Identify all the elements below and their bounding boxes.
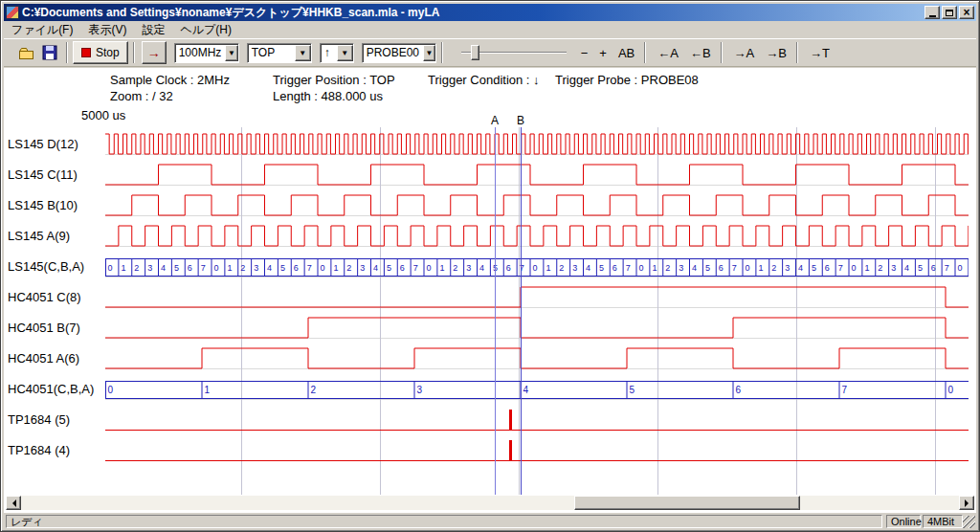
svg-text:4: 4 <box>798 263 803 273</box>
svg-text:4: 4 <box>692 263 697 273</box>
trigger-edge-select[interactable]: ↑ ▼ <box>320 43 354 63</box>
svg-text:5: 5 <box>630 385 635 395</box>
svg-text:1: 1 <box>333 263 338 273</box>
cursor-lines[interactable] <box>496 127 522 495</box>
resize-grip-icon[interactable] <box>963 516 975 528</box>
sample-clock-value: 100MHz <box>175 46 226 59</box>
svg-text:6: 6 <box>719 263 724 273</box>
svg-text:3: 3 <box>679 263 683 273</box>
svg-text:2: 2 <box>240 263 245 273</box>
zoom-slider[interactable] <box>461 42 567 63</box>
menu-settings[interactable]: 設定 <box>134 21 172 39</box>
svg-text:0: 0 <box>214 263 219 273</box>
toolbar-separator <box>721 42 723 63</box>
zoom-in-button[interactable]: + <box>594 44 612 62</box>
goto-trigger-button[interactable]: →T <box>805 44 835 62</box>
goto-cursor-b-right-button[interactable]: →B <box>761 44 791 62</box>
svg-text:5: 5 <box>918 263 923 273</box>
svg-text:0: 0 <box>427 263 432 273</box>
channel-label: TP1684 (5) <box>8 412 70 427</box>
scroll-right-button[interactable] <box>959 496 974 510</box>
chevron-down-icon[interactable]: ▼ <box>225 45 237 61</box>
channel-label: TP1684 (4) <box>8 443 70 457</box>
info-trigger-probe: Trigger Probe : PROBE08 <box>555 73 699 87</box>
close-button[interactable]: × <box>959 6 974 19</box>
svg-text:4: 4 <box>586 263 590 273</box>
svg-text:2: 2 <box>771 263 776 273</box>
svg-text:6: 6 <box>294 263 299 273</box>
svg-text:5: 5 <box>387 263 391 273</box>
svg-text:4: 4 <box>267 263 272 273</box>
run-button[interactable]: → <box>142 41 167 64</box>
svg-text:3: 3 <box>147 263 152 273</box>
stop-button[interactable]: Stop <box>73 41 128 64</box>
maximize-icon <box>946 10 953 16</box>
svg-text:3: 3 <box>254 263 258 273</box>
zoom-ab-button[interactable]: AB <box>613 44 639 62</box>
open-button[interactable] <box>15 41 38 64</box>
svg-text:3: 3 <box>417 385 423 395</box>
trigger-position-select[interactable]: TOP ▼ <box>247 43 312 63</box>
goto-cursor-a-right-button[interactable]: →A <box>729 44 760 62</box>
stop-label: Stop <box>96 46 120 59</box>
toolbar-separator <box>133 42 135 63</box>
cursor-a-label[interactable]: A <box>491 114 499 127</box>
save-button[interactable] <box>38 41 61 64</box>
goto-cursor-b-left-button[interactable]: ←B <box>685 44 716 62</box>
title-bar[interactable]: C:¥Documents and Settings¥noname¥デスクトップ¥… <box>4 4 976 21</box>
minimize-button[interactable] <box>924 6 940 19</box>
svg-text:4: 4 <box>161 263 166 273</box>
slider-thumb[interactable] <box>471 45 479 60</box>
menu-help[interactable]: ヘルプ(H) <box>172 21 239 39</box>
svg-text:4: 4 <box>373 263 378 273</box>
horizontal-scrollbar[interactable] <box>6 496 974 510</box>
chevron-down-icon[interactable]: ▼ <box>295 45 311 61</box>
svg-text:5: 5 <box>705 263 710 273</box>
window-title: C:¥Documents and Settings¥noname¥デスクトップ¥… <box>22 5 923 21</box>
scroll-left-button[interactable] <box>6 496 21 510</box>
status-bar: レディ Online 4MBit <box>4 514 976 529</box>
svg-text:5: 5 <box>599 263 604 273</box>
waveform-channel <box>105 348 969 368</box>
trigger-probe-select[interactable]: PROBE00 ▼ <box>362 43 436 63</box>
svg-text:7: 7 <box>520 263 524 273</box>
status-online: Online <box>886 515 921 528</box>
waveform-channel <box>105 195 969 215</box>
scrollbar-thumb[interactable] <box>574 496 800 510</box>
channel-label: HC4051(C,B,A) <box>8 382 94 396</box>
svg-text:4: 4 <box>479 263 484 273</box>
toolbar-separator <box>796 42 798 63</box>
svg-text:6: 6 <box>188 263 192 273</box>
svg-text:3: 3 <box>785 263 790 273</box>
svg-text:6: 6 <box>506 263 511 273</box>
svg-text:1: 1 <box>439 263 444 273</box>
svg-text:7: 7 <box>201 263 206 273</box>
menu-view[interactable]: 表示(V) <box>80 21 134 39</box>
maximize-button[interactable] <box>942 6 957 19</box>
waveform-channel <box>105 226 969 246</box>
waveform-channel: 012345670 <box>105 381 969 399</box>
zoom-out-button[interactable]: − <box>576 44 593 62</box>
app-icon <box>6 6 19 19</box>
info-zoom: Zoom : / 32 <box>110 89 173 103</box>
svg-text:0: 0 <box>639 263 644 273</box>
svg-text:6: 6 <box>825 263 830 273</box>
goto-cursor-a-left-button[interactable]: ←A <box>653 44 683 62</box>
svg-text:7: 7 <box>307 263 312 273</box>
waveform-channel <box>105 410 969 431</box>
cursor-b-label[interactable]: B <box>517 114 524 127</box>
info-length: Length : 488.000 us <box>273 89 383 103</box>
svg-text:1: 1 <box>546 263 550 273</box>
menu-file[interactable]: ファイル(F) <box>4 21 80 39</box>
chevron-down-icon[interactable]: ▼ <box>337 45 353 61</box>
svg-text:2: 2 <box>665 263 670 273</box>
close-icon: × <box>963 8 969 17</box>
arrow-right-icon <box>965 499 972 507</box>
chevron-down-icon[interactable]: ▼ <box>423 45 435 61</box>
svg-text:6: 6 <box>931 263 936 273</box>
sample-clock-select[interactable]: 100MHz ▼ <box>174 43 239 63</box>
svg-text:7: 7 <box>945 263 949 273</box>
waveform-area[interactable]: 0123456701234567012345670123456701234567… <box>105 127 969 495</box>
channel-label: LS145(C,B,A) <box>8 259 84 274</box>
svg-text:2: 2 <box>878 263 882 273</box>
